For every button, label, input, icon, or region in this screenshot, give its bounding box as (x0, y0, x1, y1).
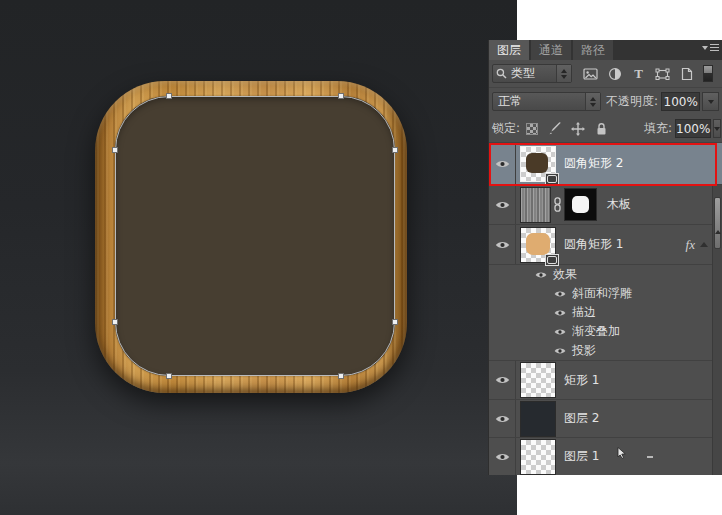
select-updown-icon (556, 65, 571, 82)
effect-row-gradient-overlay[interactable]: 渐变叠加 (489, 322, 722, 341)
filter-shape-icon[interactable] (655, 66, 670, 81)
anchor-handle[interactable] (166, 93, 172, 99)
anchor-handle[interactable] (112, 147, 118, 153)
visibility-toggle[interactable] (489, 225, 516, 264)
visibility-toggle[interactable] (489, 438, 516, 475)
layer-mask-thumbnail[interactable] (564, 188, 597, 221)
document-canvas[interactable] (0, 0, 517, 515)
anchor-handle[interactable] (338, 93, 344, 99)
effect-name[interactable]: 投影 (572, 342, 596, 359)
search-icon (496, 68, 507, 79)
blend-mode-row: 正常 不透明度: 100% (489, 88, 722, 115)
mouse-cursor (617, 447, 627, 462)
layer-name[interactable]: 木板 (607, 196, 631, 213)
layer-name[interactable]: 图层 2 (564, 410, 599, 427)
layer-name[interactable]: 矩形 1 (564, 372, 599, 389)
effect-name[interactable]: 斜面和浮雕 (572, 285, 632, 302)
filter-type-icon[interactable]: T (631, 66, 646, 81)
panel-tab-bar: 图层 通道 路径 (489, 40, 722, 60)
layer-thumbnail[interactable] (520, 401, 556, 437)
visibility-toggle[interactable] (554, 309, 566, 317)
scrollbar-thumb[interactable] (714, 197, 721, 249)
visibility-toggle[interactable] (554, 328, 566, 336)
layer-row-layer-2[interactable]: 图层 2 (489, 400, 722, 438)
opacity-dropdown-button[interactable] (702, 92, 719, 111)
fill-value[interactable]: 100% (675, 119, 711, 138)
blend-mode-select[interactable]: 正常 (492, 92, 601, 111)
layer-thumbnail[interactable] (520, 439, 556, 475)
anchor-handle[interactable] (338, 373, 344, 379)
layer-list: 圆角矩形 2 木板 (489, 143, 722, 475)
effect-row-stroke[interactable]: 描边 (489, 303, 722, 322)
effect-name[interactable]: 描边 (572, 304, 596, 321)
eye-icon (495, 375, 510, 385)
visibility-toggle[interactable] (489, 185, 516, 224)
layer-name[interactable]: 圆角矩形 2 (564, 155, 623, 172)
eye-icon (495, 159, 510, 169)
filter-image-icon[interactable] (583, 66, 598, 81)
filter-toggle[interactable] (703, 65, 713, 82)
anchor-handle[interactable] (166, 373, 172, 379)
blend-mode-value: 正常 (498, 93, 585, 110)
effect-row-bevel-emboss[interactable]: 斜面和浮雕 (489, 284, 722, 303)
filter-smart-object-icon[interactable] (679, 66, 694, 81)
filter-kind-label: 类型 (511, 65, 552, 82)
effect-name[interactable]: 渐变叠加 (572, 323, 620, 340)
lock-row: 锁定: (489, 115, 722, 143)
tab-paths[interactable]: 路径 (573, 40, 613, 60)
visibility-toggle[interactable] (554, 347, 566, 355)
tab-channels[interactable]: 通道 (531, 40, 571, 60)
lock-transparency-icon[interactable] (525, 122, 539, 136)
layer-row-wood[interactable]: 木板 (489, 185, 722, 225)
eye-icon (495, 200, 510, 210)
layer-thumbnail[interactable] (520, 227, 556, 263)
panel-menu-icon[interactable] (702, 44, 719, 51)
eye-icon (495, 240, 510, 250)
effects-header-row[interactable]: 效果 (489, 265, 722, 284)
eye-icon (554, 328, 566, 336)
eye-icon (495, 452, 510, 462)
eye-icon (554, 290, 566, 298)
anchor-handle[interactable] (392, 147, 398, 153)
lock-label: 锁定: (492, 120, 520, 137)
layer-row-rect-1[interactable]: 矩形 1 (489, 361, 722, 400)
shape-layer-badge-icon (545, 173, 559, 185)
effect-row-drop-shadow[interactable]: 投影 (489, 341, 722, 361)
layer-name[interactable]: 图层 1 (564, 448, 599, 465)
layer-list-scrollbar[interactable] (712, 185, 722, 475)
select-updown-icon (585, 93, 600, 110)
layer-row-rounded-rect-1[interactable]: 圆角矩形 1 fx (489, 225, 722, 265)
filter-adjustment-icon[interactable] (607, 66, 622, 81)
anchor-handle[interactable] (112, 319, 118, 325)
lock-all-icon[interactable] (594, 122, 608, 136)
collapse-effects-icon[interactable] (700, 242, 708, 247)
lock-pixels-icon[interactable] (548, 122, 562, 136)
shape-selection-path (115, 96, 395, 376)
shape-layer-badge-icon (545, 254, 559, 266)
tab-layers[interactable]: 图层 (489, 40, 529, 60)
filter-icons: T (583, 66, 694, 81)
visibility-toggle[interactable] (535, 271, 547, 279)
thumbnail-shape-preview (526, 153, 548, 173)
eye-icon (554, 347, 566, 355)
anchor-handle[interactable] (392, 319, 398, 325)
lock-position-icon[interactable] (571, 122, 585, 136)
layer-row-layer-1[interactable]: 图层 1 (489, 438, 722, 475)
visibility-toggle[interactable] (489, 400, 516, 437)
photoshop-screenshot: 图层 通道 路径 类型 (0, 0, 722, 515)
fill-label: 填充: (644, 120, 672, 137)
opacity-value[interactable]: 100% (661, 92, 700, 111)
layer-thumbnail[interactable] (520, 187, 551, 223)
filter-kind-select[interactable]: 类型 (492, 64, 572, 83)
layer-row-rounded-rect-2[interactable]: 圆角矩形 2 (489, 143, 722, 185)
layer-name[interactable]: 圆角矩形 1 (564, 236, 623, 253)
visibility-toggle[interactable] (489, 143, 516, 184)
layer-thumbnail[interactable] (520, 146, 556, 182)
fill-dropdown-button[interactable] (713, 119, 721, 138)
fx-badge[interactable]: fx (686, 237, 695, 253)
layer-thumbnail[interactable] (520, 362, 556, 398)
visibility-toggle[interactable] (554, 290, 566, 298)
effects-label[interactable]: 效果 (553, 266, 577, 283)
visibility-toggle[interactable] (489, 361, 516, 399)
chain-link-icon[interactable] (553, 197, 562, 212)
